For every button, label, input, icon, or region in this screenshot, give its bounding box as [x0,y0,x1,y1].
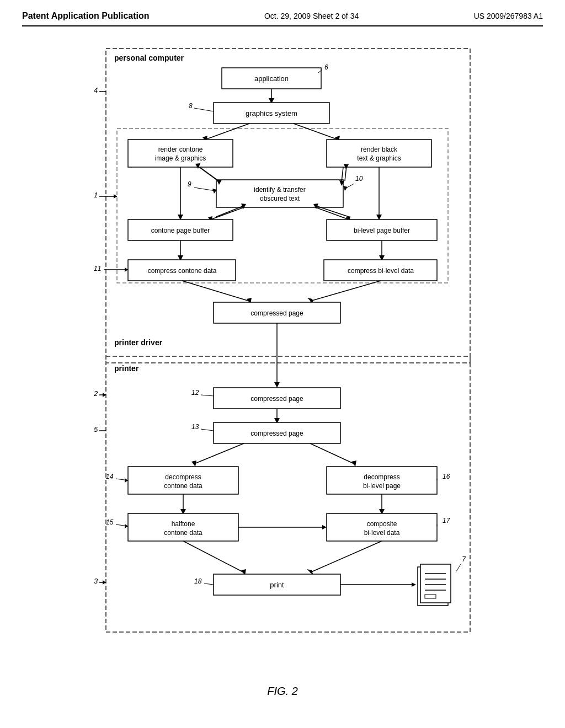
page: Patent Application Publication Oct. 29, … [0,0,565,728]
gs-to-black-line [294,124,338,140]
render-contone-box [128,140,233,167]
figure-label: FIG. 2 [22,685,543,698]
printer-driver-label: printer driver [114,338,163,347]
compressed-page-pc-text: compressed page [250,309,303,317]
decomp-bilevel-line1: decompress [364,473,399,481]
identify-line2: obscured text [260,195,300,202]
ref-4: 4 [94,86,98,94]
identify-to-contone [198,166,218,181]
application-text: application [254,74,289,83]
ref-10: 10 [355,175,363,183]
cp13-to-decomp-contone-line [194,443,244,464]
main-diagram-svg: personal computer 4 application 6 graphi… [73,43,492,666]
identify-line1: identify & transfer [254,186,305,194]
ref12-line [201,395,214,396]
printer-label: printer [114,364,139,373]
compress-contone-text: compress contone data [148,267,217,275]
composite-to-print [310,541,382,572]
compress-bilevel-text: compress bi-level data [348,267,414,275]
ref-9: 9 [188,180,191,188]
ref-7: 7 [462,555,466,563]
ref-13: 13 [191,423,199,431]
ref-17: 17 [443,517,451,524]
render-contone-line2: image & graphics [155,154,206,162]
header-left-text: Patent Application Publication [22,11,150,21]
ht-comp-head [322,525,327,529]
ref-16: 16 [443,473,450,480]
ref11-head [125,267,128,272]
cp13-dc-head [191,461,196,467]
ref-6: 6 [324,63,328,71]
composite-line2: bi-level data [364,529,400,537]
compressed-page-13-text: compressed page [250,430,303,437]
ref-8: 8 [189,102,193,110]
render-contone-line1: render contone [158,146,203,153]
ref-2: 2 [93,389,98,398]
cb-to-cp-line [310,281,381,301]
ref7-line [456,564,461,571]
ref-12: 12 [191,389,199,397]
composite-line1: composite [367,520,397,528]
ref15-head [125,524,128,528]
ref14-head [125,478,128,483]
header-right-text: US 2009/267983 A1 [474,12,543,20]
ref-5: 5 [94,425,98,433]
ref-14: 14 [106,473,114,480]
ref9-line [194,188,215,191]
cp13-db-head [351,461,356,467]
gs-to-contone-line [205,124,249,140]
graphics-system-text: graphics system [246,109,297,117]
diagram-container: personal computer 4 application 6 graphi… [73,43,492,668]
render-black-line2: text & graphics [357,154,401,162]
decomp-bilevel-line2: bi-level page [363,482,401,490]
ref10-head [343,186,348,191]
identify-to-contone-buf [211,207,244,220]
header-center-text: Oct. 29, 2009 Sheet 2 of 34 [264,12,359,20]
ref18-line [204,584,214,585]
contone-page-buffer-text: contone page buffer [151,227,210,234]
halftone-line1: halftone [172,520,195,528]
ref1-arrowhead [114,194,117,199]
render-black-box [327,140,431,167]
ref-11: 11 [94,265,101,272]
cp13-to-decomp-bilevel-line [310,443,354,464]
identify-transfer-box [216,180,343,207]
decomp-contone-line1: decompress [165,473,201,481]
halftone-line2: contone data [164,529,202,537]
cp-printer-head [274,382,280,388]
print-text: print [270,581,284,589]
bilevel-page-buffer-text: bi-level page buffer [354,227,410,234]
ref-18: 18 [194,577,202,585]
decomp-contone-line2: contone data [164,482,202,490]
render-black-line1: render black [361,146,398,153]
print-doc-head [412,582,416,587]
pc-label: personal computer [114,53,184,62]
ref8-line [194,108,214,111]
ref13-line [201,429,214,431]
cc-to-cp-line [182,281,249,301]
ref-1: 1 [94,191,98,199]
page-header: Patent Application Publication Oct. 29, … [22,11,543,26]
compressed-page-12-text: compressed page [250,395,303,403]
ref-3: 3 [94,577,98,585]
halftone-to-print [183,541,244,572]
identify-to-bilevel-buf [316,207,349,220]
ref-15: 15 [106,518,114,526]
